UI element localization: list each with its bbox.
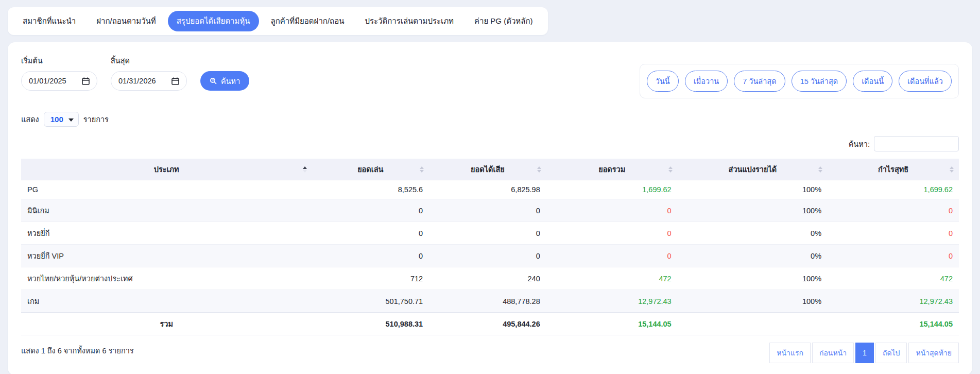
table-search-label: ค้นหา: (849, 138, 870, 150)
cell-net: 0 (828, 222, 959, 245)
cell-winloss: 0 (429, 222, 546, 245)
cell-net: 0 (828, 245, 959, 267)
footer-play-total: 510,988.31 (312, 313, 429, 335)
table-row: มินิเกม 0 0 0 100% 0 (21, 199, 959, 222)
cell-total: 0 (546, 245, 678, 267)
column-header-play-amount[interactable]: ยอดเล่น (312, 159, 429, 180)
quick-range-last-15-days[interactable]: 15 วันล่าสุด (792, 71, 847, 92)
sort-icon[interactable] (668, 166, 673, 173)
table-search-input[interactable] (874, 136, 959, 151)
quick-range-group: วันนี้ เมื่อวาน 7 วันล่าสุด 15 วันล่าสุด… (640, 64, 959, 98)
column-header-total[interactable]: ยอดรวม (546, 159, 678, 180)
cell-winloss: 488,778.28 (429, 290, 546, 313)
calendar-icon[interactable] (171, 77, 179, 85)
cell-share: 100% (678, 290, 828, 313)
cell-total: 0 (546, 222, 678, 245)
search-button[interactable]: ค้นหา (200, 71, 249, 91)
table-bottom-bar: แสดง 1 ถึง 6 จากทั้งหมด 6 รายการ หน้าแรก… (21, 343, 959, 363)
pagination-last-button[interactable]: หน้าสุดท้าย (908, 343, 959, 363)
tab-customers-with-deposit-withdraw[interactable]: ลูกค้าที่มียอดฝาก/ถอน (262, 11, 353, 31)
tab-referred-members[interactable]: สมาชิกที่แนะนำ (14, 11, 84, 31)
tab-pg-provider-main[interactable]: ค่าย PG (ตัวหลัก) (466, 11, 542, 31)
sort-icon[interactable] (950, 166, 954, 173)
end-date-label: สิ้นสุด (111, 55, 187, 66)
cell-type: หวยยี่กี (21, 222, 312, 245)
winloss-summary-table: ประเภท ยอดเล่น ยอดได้เสีย ยอดรวม ส่วนแบ่… (21, 159, 959, 335)
cell-net: 12,972.43 (828, 290, 959, 313)
length-select-wrap: 100 (44, 112, 79, 127)
length-prefix-label: แสดง (21, 113, 39, 125)
end-date-group: สิ้นสุด (111, 55, 187, 91)
table-info-text: แสดง 1 ถึง 6 จากทั้งหมด 6 รายการ (21, 345, 134, 356)
pagination: หน้าแรก ก่อนหน้า 1 ถัดไป หน้าสุดท้าย (768, 343, 959, 363)
table-footer-row: รวม 510,988.31 495,844.26 15,144.05 15,1… (21, 313, 959, 335)
cell-total: 1,699.62 (546, 180, 678, 199)
cell-play: 8,525.6 (312, 180, 429, 199)
cell-total: 0 (546, 199, 678, 222)
table-row: PG 8,525.6 6,825.98 1,699.62 100% 1,699.… (21, 180, 959, 199)
cell-net: 472 (828, 267, 959, 290)
pagination-next-button[interactable]: ถัดไป (875, 343, 907, 363)
sort-icon[interactable] (537, 166, 541, 173)
sort-icon[interactable] (818, 166, 822, 173)
cell-type: หวยยี่กี VIP (21, 245, 312, 267)
filter-row: เริ่มต้น สิ้นสุด (21, 55, 959, 98)
pagination-page-1-button[interactable]: 1 (855, 343, 874, 363)
footer-share (678, 313, 828, 335)
cell-play: 0 (312, 199, 429, 222)
report-tab-bar: สมาชิกที่แนะนำ ฝาก/ถอนตามวันที่ สรุปยอดไ… (8, 7, 548, 35)
cell-winloss: 0 (429, 245, 546, 267)
search-button-label: ค้นหา (221, 75, 240, 87)
cell-type: เกม (21, 290, 312, 313)
cell-play: 712 (312, 267, 429, 290)
start-date-field[interactable] (21, 71, 97, 91)
cell-winloss: 240 (429, 267, 546, 290)
sort-icon[interactable] (303, 166, 307, 173)
cell-total: 472 (546, 267, 678, 290)
start-date-label: เริ่มต้น (21, 55, 97, 66)
report-panel: เริ่มต้น สิ้นสุด (8, 42, 972, 374)
footer-net-total: 15,144.05 (828, 313, 959, 335)
cell-share: 100% (678, 267, 828, 290)
cell-total: 12,972.43 (546, 290, 678, 313)
tab-play-history-by-type[interactable]: ประวัติการเล่นตามประเภท (356, 11, 462, 31)
tab-winloss-summary-by-provider[interactable]: สรุปยอดได้เสียตามหุ้น (168, 11, 259, 31)
quick-range-yesterday[interactable]: เมื่อวาน (685, 71, 728, 92)
end-date-field[interactable] (111, 71, 187, 91)
end-date-input[interactable] (118, 77, 170, 85)
date-filters: เริ่มต้น สิ้นสุด (21, 55, 249, 91)
cell-winloss: 0 (429, 199, 546, 222)
pagination-first-button[interactable]: หน้าแรก (769, 343, 811, 363)
cell-type: หวยไทย/หวยหุ้น/หวยต่างประเทศ (21, 267, 312, 290)
footer-total-label: รวม (21, 313, 312, 335)
pagination-prev-button[interactable]: ก่อนหน้า (812, 343, 854, 363)
cell-share: 0% (678, 222, 828, 245)
column-header-winloss[interactable]: ยอดได้เสีย (429, 159, 546, 180)
sort-icon[interactable] (420, 166, 424, 173)
cell-play: 0 (312, 222, 429, 245)
quick-range-last-month[interactable]: เดือนที่แล้ว (899, 71, 952, 92)
cell-share: 100% (678, 180, 828, 199)
column-header-revenue-share[interactable]: ส่วนแบ่งรายได้ (678, 159, 828, 180)
start-date-input[interactable] (29, 77, 80, 85)
table-header-row: ประเภท ยอดเล่น ยอดได้เสีย ยอดรวม ส่วนแบ่… (21, 159, 959, 180)
length-suffix-label: รายการ (83, 113, 109, 125)
cell-play: 501,750.71 (312, 290, 429, 313)
quick-range-last-7-days[interactable]: 7 วันล่าสุด (734, 71, 785, 92)
calendar-icon[interactable] (82, 77, 90, 85)
page-length-select[interactable]: 100 (44, 112, 79, 127)
tab-deposit-withdraw-by-date[interactable]: ฝาก/ถอนตามวันที่ (88, 11, 164, 31)
quick-range-this-month[interactable]: เดือนนี้ (853, 71, 892, 92)
quick-range-today[interactable]: วันนี้ (647, 71, 679, 92)
cell-type: PG (21, 180, 312, 199)
column-header-net-profit[interactable]: กำไรสุทธิ (828, 159, 959, 180)
cell-share: 0% (678, 245, 828, 267)
start-date-group: เริ่มต้น (21, 55, 97, 91)
column-header-type[interactable]: ประเภท (21, 159, 312, 180)
cell-type: มินิเกม (21, 199, 312, 222)
table-row: หวยไทย/หวยหุ้น/หวยต่างประเทศ 712 240 472… (21, 267, 959, 290)
table-search-control: ค้นหา: (21, 136, 959, 151)
cell-net: 1,699.62 (828, 180, 959, 199)
cell-winloss: 6,825.98 (429, 180, 546, 199)
footer-total-sum: 15,144.05 (546, 313, 678, 335)
